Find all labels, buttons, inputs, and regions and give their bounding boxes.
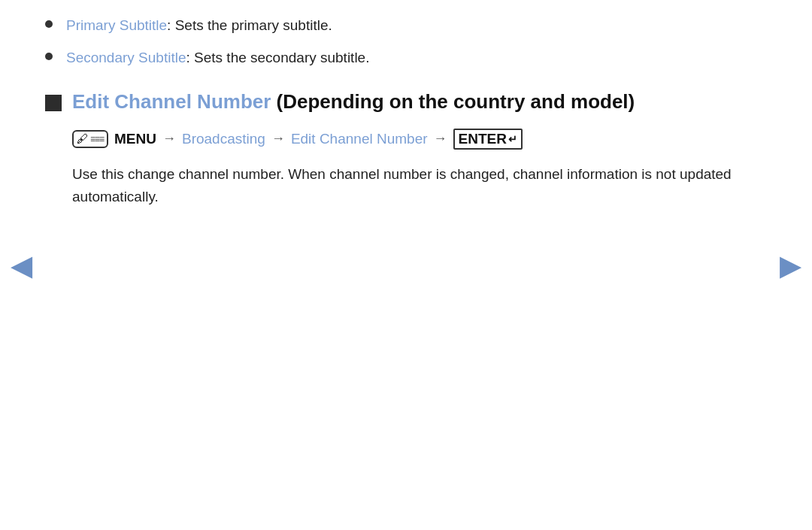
heading-text: Edit Channel Number (Depending on the co… — [72, 89, 635, 115]
prev-button[interactable]: ◀ — [11, 249, 32, 282]
menu-icon: 🖋 ≡≡≡ — [72, 130, 108, 148]
primary-subtitle-link: Primary Subtitle — [66, 17, 167, 33]
enter-return-icon: ↵ — [508, 133, 517, 145]
arrow-3: → — [434, 131, 447, 147]
description-text: Use this change channel number. When cha… — [72, 163, 749, 209]
heading-black: (Depending on the country and model) — [271, 90, 635, 113]
bullet-text: Primary Subtitle: Sets the primary subti… — [66, 15, 332, 37]
list-item-secondary-subtitle: Secondary Subtitle: Sets the secondary s… — [45, 47, 767, 69]
bullet-list: Primary Subtitle: Sets the primary subti… — [45, 15, 767, 68]
enter-box: ENTER↵ — [453, 129, 523, 150]
arrow-1: → — [162, 131, 176, 147]
nav-path: 🖋 ≡≡≡ MENU → Broadcasting → Edit Channel… — [72, 129, 767, 150]
bullet-dot-2 — [45, 53, 53, 60]
enter-label: ENTER — [459, 131, 507, 147]
hand-symbol: 🖋 — [77, 133, 89, 145]
secondary-subtitle-link: Secondary Subtitle — [66, 50, 186, 65]
list-item-primary-subtitle: Primary Subtitle: Sets the primary subti… — [45, 15, 767, 37]
nav-broadcasting: Broadcasting — [182, 131, 265, 147]
bullet-text-2: Secondary Subtitle: Sets the secondary s… — [66, 47, 369, 69]
heading-blue: Edit Channel Number — [72, 90, 271, 113]
bullet-dot — [45, 20, 53, 28]
grid-lines: ≡≡≡ — [90, 135, 104, 144]
arrow-2: → — [271, 131, 285, 147]
black-square-icon — [45, 95, 62, 111]
content-area: Primary Subtitle: Sets the primary subti… — [45, 0, 767, 209]
next-button[interactable]: ▶ — [780, 249, 801, 282]
nav-edit-channel: Edit Channel Number — [291, 131, 428, 147]
menu-label: MENU — [114, 131, 156, 147]
section-heading: Edit Channel Number (Depending on the co… — [45, 89, 767, 115]
